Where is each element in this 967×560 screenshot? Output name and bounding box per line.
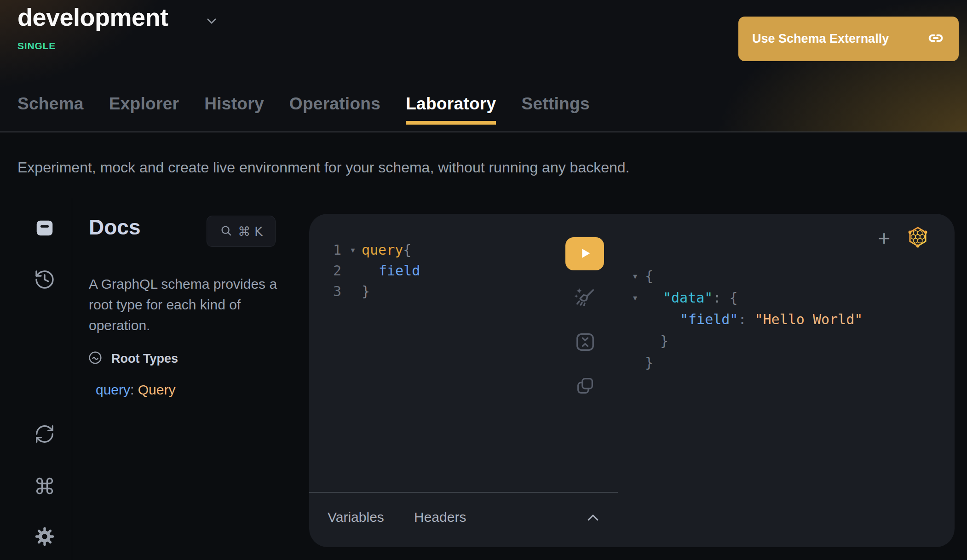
docs-description: A GraphQL schema provides a root type fo… bbox=[89, 274, 294, 336]
fold-marker[interactable]: ▾ bbox=[633, 271, 645, 281]
page-subtitle: Experiment, mock and create live environ… bbox=[17, 159, 629, 176]
editor-line: 1 ▾ query { bbox=[333, 240, 420, 260]
row-tokens: "data":{ bbox=[645, 290, 738, 306]
copy-query-button[interactable] bbox=[572, 373, 598, 399]
response-row: ▾ "data":{ bbox=[633, 287, 863, 309]
root-type-value: Query bbox=[138, 382, 176, 397]
page-title[interactable]: development bbox=[17, 3, 168, 31]
tab-headers[interactable]: Headers bbox=[414, 509, 466, 525]
link-icon bbox=[927, 29, 945, 49]
fold-marker[interactable]: ▾ bbox=[344, 245, 362, 255]
colon: : bbox=[738, 311, 746, 327]
tab-bar: Schema Explorer History Operations Labor… bbox=[17, 94, 590, 126]
root-type-query-link[interactable]: query: Query bbox=[96, 382, 175, 398]
open-brace: { bbox=[645, 268, 653, 284]
field-token: field bbox=[379, 263, 420, 279]
response-row: } bbox=[633, 330, 863, 352]
close-brace: } bbox=[645, 333, 668, 349]
line-number: 2 bbox=[333, 263, 344, 279]
content-area: Docs ⌘ K A GraphQL schema provides a roo… bbox=[0, 195, 967, 560]
execute-button[interactable] bbox=[565, 237, 604, 270]
chevron-up-icon bbox=[585, 517, 601, 524]
tab-schema[interactable]: Schema bbox=[17, 94, 84, 126]
circle-tilde-icon bbox=[87, 350, 103, 367]
use-schema-externally-label: Use Schema Externally bbox=[752, 32, 889, 46]
open-brace: { bbox=[729, 290, 737, 306]
merge-icon bbox=[574, 331, 596, 354]
sidebar bbox=[0, 198, 72, 560]
chevron-down-icon[interactable] bbox=[204, 14, 219, 30]
tab-variables[interactable]: Variables bbox=[328, 509, 384, 525]
close-brace: } bbox=[362, 283, 370, 299]
settings-sidebar-button[interactable] bbox=[33, 525, 57, 549]
docs-search-button[interactable]: ⌘ K bbox=[207, 216, 276, 247]
prettify-button[interactable] bbox=[572, 285, 598, 311]
docs-title: Docs bbox=[89, 215, 140, 240]
tab-history[interactable]: History bbox=[204, 94, 264, 126]
fold-marker[interactable]: ▾ bbox=[633, 293, 645, 303]
search-shortcut-label: ⌘ K bbox=[238, 224, 262, 239]
editor-bottom-divider bbox=[309, 492, 618, 493]
row-tokens: "field":"Hello World" bbox=[645, 311, 863, 327]
close-brace: } bbox=[645, 354, 653, 371]
book-icon bbox=[35, 219, 55, 239]
page-header: development SINGLE Use Schema Externally… bbox=[0, 0, 967, 132]
history-sidebar-button[interactable] bbox=[33, 268, 57, 292]
field-key: "field" bbox=[680, 311, 738, 327]
magic-broom-icon bbox=[573, 286, 597, 311]
refresh-icon bbox=[34, 423, 55, 446]
history-clock-icon bbox=[34, 269, 56, 292]
response-viewer: ▾ { ▾ "data":{ "field":"Hello World" bbox=[633, 265, 863, 373]
response-row: } bbox=[633, 352, 863, 373]
editor-line: 2 field bbox=[333, 260, 420, 281]
root-types-label: Root Types bbox=[111, 352, 178, 366]
data-key: "data" bbox=[663, 290, 713, 306]
query-editor[interactable]: 1 ▾ query { 2 field 3 } bbox=[333, 240, 420, 302]
play-icon bbox=[577, 246, 593, 263]
tab-explorer[interactable]: Explorer bbox=[109, 94, 179, 126]
query-keyword: query bbox=[362, 242, 403, 258]
command-icon bbox=[35, 476, 55, 497]
colon: : bbox=[713, 290, 721, 306]
copy-icon bbox=[575, 375, 596, 398]
use-schema-externally-button[interactable]: Use Schema Externally bbox=[738, 17, 959, 61]
root-types-section: Root Types bbox=[87, 350, 178, 367]
merge-fragments-button[interactable] bbox=[572, 330, 598, 355]
operation-panel: 1 ▾ query { 2 field 3 } bbox=[309, 214, 955, 547]
response-row: "field":"Hello World" bbox=[633, 309, 863, 330]
reconnect-sidebar-button[interactable] bbox=[33, 423, 57, 446]
shortcuts-sidebar-button[interactable] bbox=[33, 474, 57, 498]
response-row: ▾ { bbox=[633, 265, 863, 287]
tab-operations[interactable]: Operations bbox=[289, 94, 380, 126]
line-number: 3 bbox=[333, 283, 344, 299]
add-tab-button[interactable]: + bbox=[878, 228, 890, 249]
status-badge: SINGLE bbox=[17, 40, 56, 51]
tab-settings[interactable]: Settings bbox=[521, 94, 589, 126]
open-brace: { bbox=[403, 242, 411, 258]
search-icon bbox=[219, 224, 233, 239]
gear-icon bbox=[35, 526, 55, 548]
root-type-separator: : bbox=[130, 382, 134, 397]
line-number: 1 bbox=[333, 242, 344, 258]
docs-sidebar-button[interactable] bbox=[33, 217, 57, 240]
docs-panel: Docs ⌘ K A GraphQL schema provides a roo… bbox=[72, 195, 303, 560]
root-type-name: query bbox=[96, 382, 130, 397]
field-value: "Hello World" bbox=[755, 311, 863, 327]
editor-line: 3 } bbox=[333, 281, 420, 302]
laboratory-screen: development SINGLE Use Schema Externally… bbox=[0, 0, 967, 560]
hive-logo-icon[interactable] bbox=[907, 226, 929, 250]
collapse-editor-tools-button[interactable] bbox=[585, 512, 601, 524]
tab-laboratory[interactable]: Laboratory bbox=[406, 94, 496, 126]
